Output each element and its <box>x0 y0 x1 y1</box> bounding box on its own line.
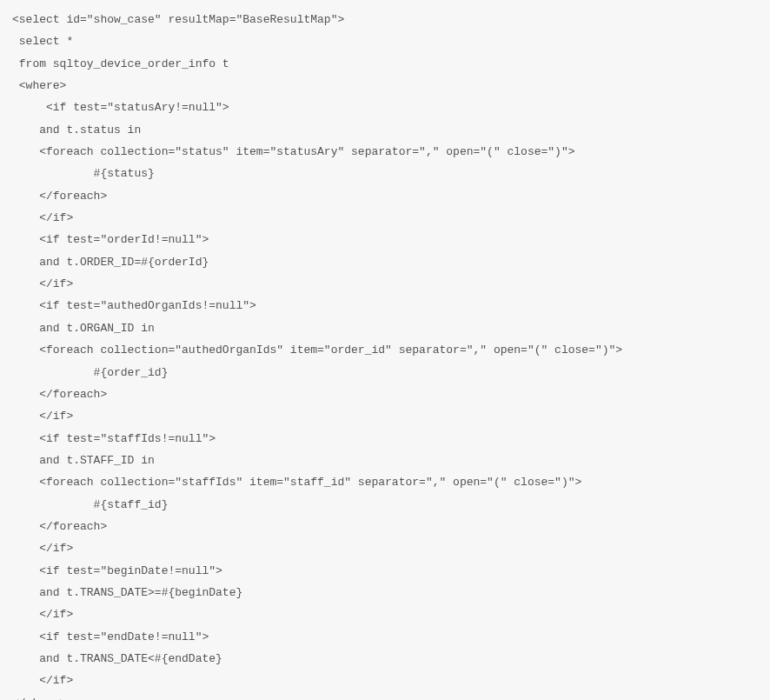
code-line: </if> <box>12 211 73 224</box>
code-line: <if test="statusAry!=null"> <box>12 101 229 114</box>
code-line: and t.STAFF_ID in <box>12 454 155 467</box>
code-line: from sqltoy_device_order_info t <box>12 57 229 70</box>
code-line: and t.TRANS_DATE<#{endDate} <box>12 652 222 665</box>
code-line: <if test="authedOrganIds!=null"> <box>12 299 256 312</box>
code-line: <foreach collection="status" item="statu… <box>12 145 588 158</box>
code-line: <select id="show_case" resultMap="BaseRe… <box>12 13 344 26</box>
code-line: and t.ORGAN_ID in <box>12 322 155 335</box>
code-line: </if> <box>12 608 73 621</box>
code-line: </foreach> <box>12 388 121 401</box>
code-line: and t.status in <box>12 123 148 137</box>
code-block: <select id="show_case" resultMap="BaseRe… <box>12 9 758 700</box>
code-line: <foreach collection="authedOrganIds" ite… <box>12 343 636 357</box>
code-line: <where> <box>12 79 66 92</box>
code-line: and t.ORDER_ID=#{orderId} <box>12 256 209 269</box>
code-line: </if> <box>12 410 73 423</box>
code-line: </if> <box>12 674 73 687</box>
code-line: <if test="endDate!=null"> <box>12 630 209 643</box>
code-line: <if test="orderId!=null"> <box>12 233 209 246</box>
code-line: </foreach> <box>12 520 121 533</box>
code-line: #{staff_id} <box>12 498 182 511</box>
code-line: <foreach collection="staffIds" item="sta… <box>12 476 595 489</box>
code-line: #{status} <box>12 167 168 180</box>
code-line: and t.TRANS_DATE>=#{beginDate} <box>12 586 242 599</box>
code-line: <if test="beginDate!=null"> <box>12 564 222 577</box>
code-line: </if> <box>12 542 73 555</box>
code-line: select * <box>12 35 73 48</box>
code-line: </where> <box>12 697 66 700</box>
code-line: <if test="staffIds!=null"> <box>12 432 216 445</box>
code-line: #{order_id} <box>12 366 182 379</box>
code-line: </foreach> <box>12 190 121 203</box>
code-line: </if> <box>12 277 73 290</box>
